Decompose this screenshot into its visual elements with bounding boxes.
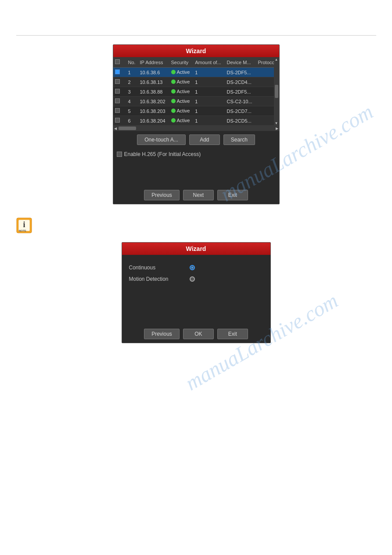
previous-button-2[interactable]: Previous — [144, 329, 180, 339]
wizard-empty-space — [113, 160, 279, 186]
status-active-text: Active — [177, 79, 190, 84]
one-touch-button[interactable]: One-touch A... — [137, 134, 186, 145]
vertical-scrollbar[interactable]: ▲ ▼ — [274, 57, 279, 126]
row-checkbox-cell — [113, 87, 126, 97]
wizard-title-1: Wizard — [113, 45, 279, 57]
row-ip: 10.6.38.204 — [138, 116, 169, 126]
row-ip: 10.6.38.88 — [138, 87, 169, 97]
row-security: Active — [169, 87, 194, 97]
h-scroll-right-arrow[interactable]: ▶ — [276, 127, 278, 131]
continuous-radio[interactable] — [190, 265, 195, 270]
motion-detection-row: Motion Detection — [127, 273, 265, 285]
row-amount: 1 — [193, 116, 225, 126]
row-device: DS-2CD7... — [225, 106, 256, 116]
svg-text:i: i — [23, 220, 25, 229]
row-security: Active — [169, 77, 194, 87]
search-button[interactable]: Search — [223, 134, 255, 145]
table-row: 4 10.6.38.202 Active 1 CS-C2-10... — [113, 97, 279, 106]
row-no: 6 — [126, 116, 138, 126]
divider — [16, 35, 376, 36]
status-active-text: Active — [177, 98, 190, 104]
scroll-thumb[interactable] — [275, 85, 278, 98]
row-security: Active — [169, 68, 194, 77]
scroll-down-arrow[interactable]: ▼ — [275, 121, 278, 125]
device-table-wrapper: No. IP Address Security Amount of... Dev… — [113, 57, 279, 126]
col-header-ip: IP Address — [138, 57, 169, 68]
motion-detection-label: Motion Detection — [129, 276, 186, 282]
table-row: 1 10.6.38.6 Active 1 DS-2DF5... — [113, 68, 279, 77]
row-checkbox[interactable] — [115, 79, 120, 84]
row-amount: 1 — [193, 106, 225, 116]
row-checkbox[interactable] — [115, 108, 120, 113]
status-active-text: Active — [177, 69, 190, 75]
row-ip: 10.6.38.202 — [138, 97, 169, 106]
row-security: Active — [169, 116, 194, 126]
row-checkbox[interactable] — [115, 89, 120, 94]
status-active-dot — [171, 89, 176, 94]
row-ip: 10.6.38.203 — [138, 106, 169, 116]
h265-label: Enable H.265 (For Initial Access) — [124, 151, 201, 157]
wizard-title-2: Wizard — [122, 243, 270, 255]
table-header-row: No. IP Address Security Amount of... Dev… — [113, 57, 279, 68]
motion-detection-radio[interactable] — [190, 276, 195, 282]
device-table: No. IP Address Security Amount of... Dev… — [113, 57, 279, 126]
status-active-dot — [171, 109, 176, 113]
ok-button[interactable]: OK — [183, 329, 214, 339]
row-checkbox-cell — [113, 77, 126, 87]
scroll-up-arrow[interactable]: ▲ — [275, 58, 278, 62]
next-button-1[interactable]: Next — [183, 190, 214, 200]
previous-button-1[interactable]: Previous — [144, 190, 180, 200]
status-active-dot — [171, 80, 176, 84]
row-no: 3 — [126, 87, 138, 97]
exit-button-1[interactable]: Exit — [217, 190, 248, 200]
row-no: 1 — [126, 68, 138, 77]
exit-button-2[interactable]: Exit — [217, 329, 248, 339]
row-amount: 1 — [193, 97, 225, 106]
row-amount: 1 — [193, 68, 225, 77]
status-active-text: Active — [177, 118, 190, 123]
row-checkbox[interactable] — [115, 118, 120, 123]
wizard2-nav-buttons: Previous OK Exit — [122, 325, 270, 343]
row-checkbox-cell — [113, 68, 126, 77]
horizontal-scrollbar[interactable]: ◀ ▶ — [113, 126, 279, 131]
note-icon: i NOTE — [16, 218, 32, 233]
nav-buttons-row: Previous Next Exit — [113, 186, 279, 204]
row-device: DS-2DF5... — [225, 68, 256, 77]
row-amount: 1 — [193, 87, 225, 97]
row-device: DS-2DF5... — [225, 87, 256, 97]
row-security: Active — [169, 97, 194, 106]
row-checkbox[interactable] — [115, 98, 120, 103]
row-device: DS-2CD5... — [225, 116, 256, 126]
wizard-dialog-2: Wizard Continuous Motion Detection Previ… — [122, 242, 271, 343]
table-row: 5 10.6.38.203 Active 1 DS-2CD7... — [113, 106, 279, 116]
status-active-text: Active — [177, 89, 190, 94]
action-buttons-row: One-touch A... Add Search — [113, 131, 279, 149]
row-checkbox-cell — [113, 106, 126, 116]
table-row: 2 10.6.38.13 Active 1 DS-2CD4... — [113, 77, 279, 87]
row-no: 4 — [126, 97, 138, 106]
row-amount: 1 — [193, 77, 225, 87]
h-scroll-track — [117, 127, 276, 130]
row-checkbox[interactable] — [115, 69, 120, 74]
continuous-row: Continuous — [127, 262, 265, 273]
svg-text:NOTE: NOTE — [19, 229, 26, 232]
continuous-label: Continuous — [129, 265, 186, 271]
row-no: 5 — [126, 106, 138, 116]
row-security: Active — [169, 106, 194, 116]
h-scroll-thumb[interactable] — [119, 127, 136, 130]
row-no: 2 — [126, 77, 138, 87]
col-header-no: No. — [126, 57, 138, 68]
col-header-device: Device M... — [225, 57, 256, 68]
table-row: 3 10.6.38.88 Active 1 DS-2DF5... — [113, 87, 279, 97]
row-device: DS-2CD4... — [225, 77, 256, 87]
row-ip: 10.6.38.13 — [138, 77, 169, 87]
status-active-text: Active — [177, 108, 190, 113]
add-button[interactable]: Add — [189, 134, 220, 145]
row-device: CS-C2-10... — [225, 97, 256, 106]
wizard2-content: Continuous Motion Detection — [122, 255, 270, 325]
header-checkbox[interactable] — [115, 59, 120, 64]
h265-checkbox[interactable] — [117, 152, 122, 157]
wizard-dialog-1: Wizard No. IP Address Security Amount of… — [113, 44, 280, 204]
col-header-amount: Amount of... — [193, 57, 225, 68]
col-header-checkbox — [113, 57, 126, 68]
